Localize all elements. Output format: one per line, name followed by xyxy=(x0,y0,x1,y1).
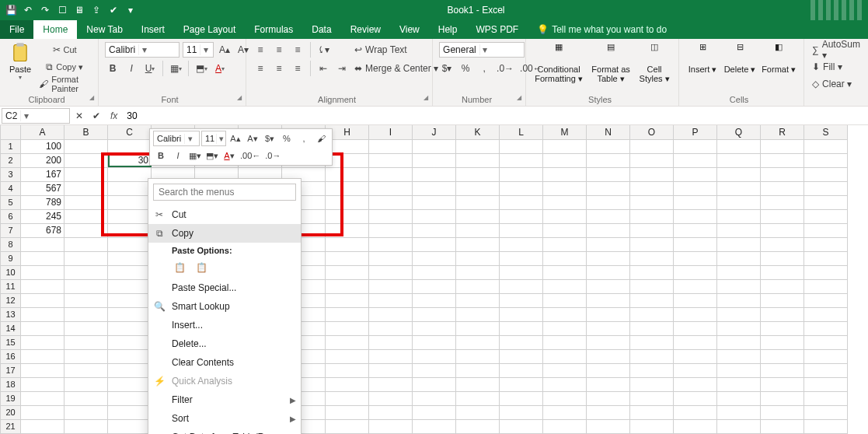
cell[interactable] xyxy=(64,251,108,265)
cell[interactable] xyxy=(804,419,848,433)
cell[interactable] xyxy=(326,335,369,349)
cell[interactable] xyxy=(804,209,848,223)
cell[interactable] xyxy=(717,293,761,307)
cell[interactable] xyxy=(369,223,413,237)
row-header[interactable]: 1 xyxy=(1,139,21,153)
cell[interactable] xyxy=(630,223,674,237)
row-header[interactable]: 5 xyxy=(1,195,21,209)
row-header[interactable]: 7 xyxy=(1,223,21,237)
cell[interactable] xyxy=(413,405,456,419)
cell[interactable] xyxy=(456,265,500,279)
cell[interactable] xyxy=(804,195,848,209)
cell[interactable] xyxy=(326,307,369,321)
cell[interactable] xyxy=(630,377,674,391)
cell[interactable] xyxy=(674,139,717,153)
mini-fill-color[interactable]: ⬒▾ xyxy=(204,148,220,163)
cell[interactable] xyxy=(108,265,152,279)
cell[interactable] xyxy=(369,335,413,349)
cell[interactable] xyxy=(717,279,761,293)
column-header[interactable]: L xyxy=(500,125,543,139)
spellcheck-icon[interactable]: ✔ xyxy=(107,4,120,16)
cell[interactable] xyxy=(369,279,413,293)
cell[interactable] xyxy=(587,419,630,433)
cell[interactable] xyxy=(717,349,761,363)
cell[interactable] xyxy=(761,377,804,391)
menu-item-smart-lookup[interactable]: 🔍Smart Lookup xyxy=(148,297,301,316)
cell[interactable] xyxy=(64,349,108,363)
row-header[interactable]: 3 xyxy=(1,167,21,181)
cell[interactable] xyxy=(326,237,369,251)
cell[interactable] xyxy=(804,251,848,265)
cell[interactable] xyxy=(64,321,108,335)
share-icon[interactable]: ⇪ xyxy=(90,4,103,16)
cell[interactable] xyxy=(369,377,413,391)
cell[interactable] xyxy=(413,363,456,377)
cell[interactable] xyxy=(21,349,64,363)
comma-button[interactable]: , xyxy=(476,61,492,76)
cell[interactable] xyxy=(761,363,804,377)
cell[interactable] xyxy=(456,349,500,363)
mini-borders[interactable]: ▦▾ xyxy=(187,148,203,163)
cell[interactable] xyxy=(413,181,456,195)
cell[interactable] xyxy=(543,349,587,363)
cell[interactable] xyxy=(500,209,543,223)
cell[interactable] xyxy=(21,391,64,405)
cell[interactable] xyxy=(500,377,543,391)
cell[interactable] xyxy=(587,223,630,237)
cell[interactable] xyxy=(717,363,761,377)
cell[interactable] xyxy=(369,139,413,153)
cell[interactable] xyxy=(630,181,674,195)
cell[interactable] xyxy=(21,307,64,321)
row-header[interactable]: 21 xyxy=(1,419,21,433)
cell[interactable] xyxy=(21,377,64,391)
menu-item-copy[interactable]: ⧉Copy xyxy=(148,224,301,243)
cell[interactable] xyxy=(369,419,413,433)
cell[interactable] xyxy=(413,139,456,153)
cell[interactable] xyxy=(500,251,543,265)
mini-currency[interactable]: $▾ xyxy=(262,131,277,146)
cell[interactable] xyxy=(326,209,369,223)
cell[interactable] xyxy=(369,293,413,307)
cell[interactable] xyxy=(804,153,848,167)
cell[interactable] xyxy=(413,209,456,223)
cell[interactable] xyxy=(761,139,804,153)
cell[interactable] xyxy=(761,349,804,363)
cell[interactable] xyxy=(326,251,369,265)
cell[interactable] xyxy=(630,153,674,167)
cell[interactable] xyxy=(413,349,456,363)
cell[interactable] xyxy=(717,195,761,209)
cell[interactable] xyxy=(543,419,587,433)
menu-search[interactable]: Search the menus xyxy=(153,184,296,201)
cell[interactable] xyxy=(587,377,630,391)
cell[interactable] xyxy=(543,251,587,265)
cell[interactable] xyxy=(108,139,152,153)
cell[interactable] xyxy=(500,265,543,279)
cell[interactable] xyxy=(630,167,674,181)
row-header[interactable]: 15 xyxy=(1,335,21,349)
cell[interactable] xyxy=(500,167,543,181)
mini-font-color[interactable]: A▾ xyxy=(221,148,237,163)
cell[interactable] xyxy=(456,391,500,405)
cut-button[interactable]: ✂Cut xyxy=(37,42,92,58)
cell[interactable] xyxy=(630,363,674,377)
cell[interactable] xyxy=(21,335,64,349)
cell[interactable] xyxy=(761,419,804,433)
menu-item-filter[interactable]: Filter▶ xyxy=(148,390,301,409)
cell[interactable] xyxy=(108,167,152,181)
cell[interactable] xyxy=(64,139,108,153)
autosum-button[interactable]: ∑AutoSum ▾ xyxy=(810,42,862,58)
cell[interactable] xyxy=(717,209,761,223)
cell[interactable] xyxy=(326,293,369,307)
cell[interactable] xyxy=(804,307,848,321)
column-header[interactable]: Q xyxy=(717,125,761,139)
cell[interactable] xyxy=(64,363,108,377)
fill-color-button[interactable]: ⬒▾ xyxy=(193,61,209,76)
cell[interactable] xyxy=(674,293,717,307)
cell[interactable] xyxy=(630,419,674,433)
cell[interactable] xyxy=(326,223,369,237)
cell[interactable] xyxy=(326,279,369,293)
cell[interactable] xyxy=(587,195,630,209)
cell[interactable] xyxy=(543,307,587,321)
cell[interactable]: 200 xyxy=(21,153,64,167)
cell[interactable] xyxy=(717,335,761,349)
